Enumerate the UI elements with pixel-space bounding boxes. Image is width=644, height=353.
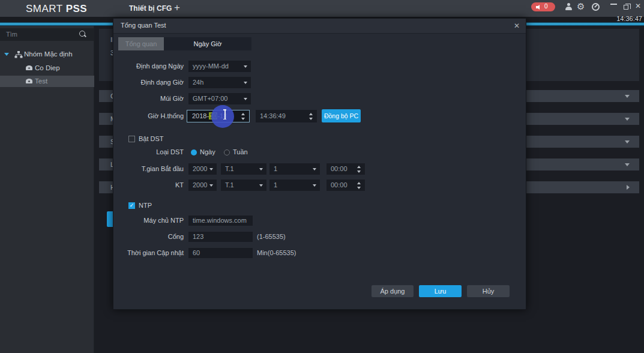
spinner-icon[interactable] (308, 113, 314, 120)
chevron-down-icon[interactable] (625, 163, 630, 166)
speaker-icon (536, 5, 541, 10)
system-time-input[interactable]: 14:36:49 (256, 110, 317, 122)
chevron-down-icon (209, 168, 213, 170)
ntp-enable-label: NTP (139, 202, 152, 210)
minimize-button[interactable] (610, 4, 617, 5)
chevron-down-icon (209, 184, 213, 187)
ntp-port-value: 123 (193, 233, 203, 240)
dst-type-week-radio[interactable] (224, 149, 230, 155)
system-time-label: Giờ H.thống (113, 110, 184, 122)
save-button[interactable]: Lưu (419, 285, 462, 297)
apply-button[interactable]: Áp dụng (372, 285, 414, 297)
system-time-value: 14:36:49 (260, 112, 286, 119)
ntp-interval-value: 60 (193, 249, 200, 256)
close-window-button[interactable]: ✕ (635, 2, 641, 10)
dst-start-label: T.gian Bắt đầu (113, 163, 184, 175)
search-input[interactable]: Tìm (0, 28, 94, 41)
dst-start-month-select[interactable]: T.1 (221, 163, 266, 175)
chevron-right-icon[interactable] (627, 185, 630, 190)
tab-device-cfg[interactable]: Thiết bị CFG (129, 4, 172, 13)
chevron-down-icon (259, 168, 263, 170)
search-placeholder: Tìm (6, 31, 17, 38)
date-format-select[interactable]: yyyy-MM-dd (188, 61, 251, 72)
camera-icon (25, 65, 33, 71)
tree-group-row[interactable]: Nhóm Mặc định (0, 49, 94, 60)
ntp-port-input[interactable]: 123 (188, 232, 253, 242)
chevron-down-icon (244, 98, 247, 100)
dst-enable-label: Bật DST (139, 135, 164, 143)
dst-type-day-label[interactable]: Ngày (200, 148, 215, 156)
dst-start-time-input[interactable]: 00:00 (327, 163, 365, 175)
dst-end-day-select[interactable]: 1 (269, 180, 320, 191)
dst-end-month-value: T.1 (225, 181, 234, 189)
tab-datetime[interactable]: Ngày Giờ (164, 37, 251, 50)
dst-end-label: KT (113, 180, 184, 191)
spinner-icon[interactable] (241, 113, 246, 120)
tab-general[interactable]: Tổng quan (118, 37, 164, 50)
tree-device-row[interactable]: Co Diep (0, 62, 94, 74)
user-icon[interactable] (565, 2, 573, 11)
dst-end-time-input[interactable]: 00:00 (327, 180, 365, 191)
logo-smart: SMART (26, 3, 62, 14)
dialog-close-button[interactable]: ✕ (514, 22, 520, 30)
date-prefix: 2018- (192, 112, 209, 119)
dst-start-time-value: 00:00 (331, 165, 348, 172)
device-config-dialog: Tổng quan Test ✕ Tổng quan Ngày Giờ Định… (113, 18, 526, 310)
dst-start-month-value: T.1 (225, 165, 234, 172)
dst-type-week-label[interactable]: Tuần (233, 148, 248, 156)
tree-group-label[interactable]: Nhóm Mặc định (24, 49, 73, 60)
dst-end-month-select[interactable]: T.1 (221, 180, 266, 191)
gear-icon[interactable]: ⚙ (577, 1, 585, 13)
alarm-badge[interactable]: 0 (531, 2, 555, 11)
time-format-select[interactable]: 24h (188, 77, 251, 88)
tree-device-label[interactable]: Co Diep (35, 62, 60, 74)
chevron-down-icon[interactable] (4, 53, 9, 56)
chevron-down-icon (244, 82, 247, 84)
ntp-enable-checkbox[interactable]: ✓ (128, 202, 135, 209)
dialog-titlebar: Tổng quan Test ✕ (113, 19, 526, 34)
ntp-interval-input[interactable]: 60 (188, 248, 253, 258)
logo-pss: PSS (66, 3, 88, 14)
dst-start-day-value: 1 (274, 165, 277, 172)
chevron-down-icon[interactable] (625, 95, 630, 98)
sync-pc-button[interactable]: Đồng bộ PC (322, 109, 361, 122)
dst-start-day-select[interactable]: 1 (269, 163, 320, 175)
cancel-button[interactable]: Hủy (467, 285, 510, 297)
spinner-icon[interactable] (357, 182, 362, 189)
ntp-server-input[interactable]: time.windows.com (188, 216, 253, 226)
camera-icon (25, 79, 33, 84)
chevron-down-icon[interactable] (625, 140, 630, 143)
chevron-down-icon[interactable] (625, 118, 630, 121)
chevron-down-icon (313, 168, 316, 170)
dst-type-label: Loại DST (113, 146, 184, 158)
chevron-down-icon (244, 65, 247, 68)
dst-start-year-select[interactable]: 2000 (188, 163, 217, 175)
dst-type-day-radio[interactable] (191, 149, 197, 155)
chevron-down-icon (259, 184, 263, 187)
group-icon (14, 51, 23, 58)
date-format-label: Định dạng Ngày (113, 61, 184, 72)
ntp-interval-hint: Min(0-65535) (257, 248, 296, 258)
dst-enable-checkbox[interactable] (128, 136, 135, 142)
timezone-value: GMT+07:00 (193, 95, 227, 102)
add-tab-button[interactable]: + (174, 2, 180, 14)
titlebar: SMART PSS Thiết bị CFG + 0 ⚙ ✕ (0, 0, 644, 17)
timezone-select[interactable]: GMT+07:00 (188, 93, 251, 104)
app-logo: SMART PSS (26, 3, 87, 15)
app-window: SMART PSS Thiết bị CFG + 0 ⚙ ✕ 14:36:47 … (0, 0, 644, 353)
restore-button[interactable] (624, 5, 628, 10)
timezone-label: Múi Giờ (113, 93, 184, 104)
tree-device-label[interactable]: Test (35, 76, 47, 87)
clock: 14:36:47 (616, 15, 642, 22)
device-tree-sidebar: Tìm Nhóm Mặc định Co Diep (0, 26, 94, 353)
dst-end-year-select[interactable]: 2000 (188, 180, 217, 191)
tree-device-row-selected[interactable]: Test (0, 76, 94, 87)
gauge-icon[interactable] (592, 3, 600, 11)
ntp-port-hint: (1-65535) (257, 232, 286, 242)
ntp-server-label: Máy chủ NTP (113, 215, 184, 226)
spinner-icon[interactable] (357, 166, 362, 173)
search-icon[interactable] (79, 30, 87, 38)
dst-end-day-value: 1 (274, 181, 277, 189)
text-cursor (223, 109, 227, 120)
ntp-server-value: time.windows.com (193, 217, 247, 224)
